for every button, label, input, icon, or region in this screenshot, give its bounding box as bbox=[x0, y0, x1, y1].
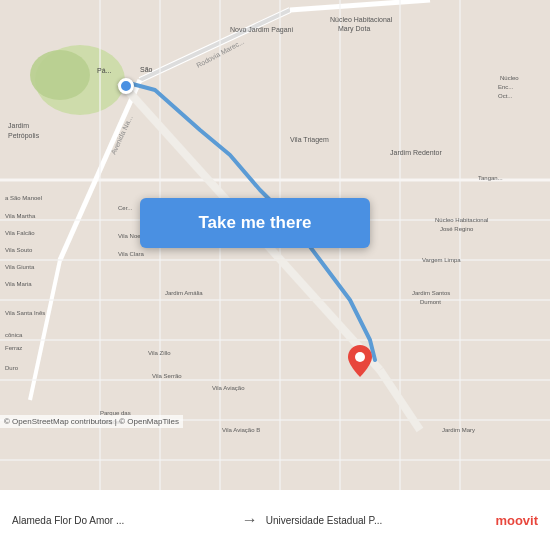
svg-text:a São Manoel: a São Manoel bbox=[5, 195, 42, 201]
route-from: Alameda Flor Do Amor ... bbox=[12, 515, 234, 526]
take-me-there-label: Take me there bbox=[198, 213, 311, 233]
svg-text:Jardim Mary: Jardim Mary bbox=[442, 427, 475, 433]
svg-point-67 bbox=[355, 352, 365, 362]
svg-text:Pá...: Pá... bbox=[97, 67, 111, 74]
moovit-logo-text: moovit bbox=[495, 513, 538, 528]
take-me-there-button[interactable]: Take me there bbox=[140, 198, 370, 248]
svg-text:Vila Falcão: Vila Falcão bbox=[5, 230, 35, 236]
destination-marker bbox=[348, 345, 372, 369]
svg-text:Novo Jardim Pagani: Novo Jardim Pagani bbox=[230, 26, 293, 34]
svg-text:Ferraz: Ferraz bbox=[5, 345, 22, 351]
svg-text:Vila Santa Inês: Vila Santa Inês bbox=[5, 310, 45, 316]
attribution: © OpenStreetMap contributors | © OpenMap… bbox=[0, 415, 183, 428]
svg-text:Jardim Amália: Jardim Amália bbox=[165, 290, 203, 296]
svg-text:Vila Zillo: Vila Zillo bbox=[148, 350, 171, 356]
route-to: Universidade Estadual P... bbox=[266, 515, 488, 526]
moovit-logo: moovit bbox=[495, 513, 538, 528]
svg-text:Vila Souto: Vila Souto bbox=[5, 247, 33, 253]
svg-text:Vila Aviação B: Vila Aviação B bbox=[222, 427, 260, 433]
svg-text:Tangan...: Tangan... bbox=[478, 175, 503, 181]
svg-text:Cer...: Cer... bbox=[118, 205, 133, 211]
svg-text:Vargem Limpa: Vargem Limpa bbox=[422, 257, 461, 263]
svg-text:Núcleo Habitacional: Núcleo Habitacional bbox=[435, 217, 488, 223]
app: Rodovia Marec... Avenida Na... Novo Jard… bbox=[0, 0, 550, 550]
svg-text:Vila Clara: Vila Clara bbox=[118, 251, 145, 257]
svg-text:Vila Triagem: Vila Triagem bbox=[290, 136, 329, 144]
svg-text:Jardim Redentor: Jardim Redentor bbox=[390, 149, 442, 156]
svg-text:Mary Dota: Mary Dota bbox=[338, 25, 370, 33]
svg-text:cônica: cônica bbox=[5, 332, 23, 338]
svg-text:Vila Martha: Vila Martha bbox=[5, 213, 36, 219]
svg-text:Vila Serrão: Vila Serrão bbox=[152, 373, 182, 379]
svg-text:Vila Aviação: Vila Aviação bbox=[212, 385, 245, 391]
origin-marker bbox=[118, 78, 134, 94]
svg-point-2 bbox=[30, 50, 90, 100]
svg-text:Núcleo: Núcleo bbox=[500, 75, 519, 81]
svg-text:José Regino: José Regino bbox=[440, 226, 474, 232]
svg-text:Vila Giunta: Vila Giunta bbox=[5, 264, 35, 270]
svg-text:Vila Maria: Vila Maria bbox=[5, 281, 32, 287]
svg-text:São: São bbox=[140, 66, 153, 73]
svg-text:Enc...: Enc... bbox=[498, 84, 514, 90]
svg-text:Oct...: Oct... bbox=[498, 93, 513, 99]
svg-text:Jardim Santos: Jardim Santos bbox=[412, 290, 450, 296]
svg-text:Petrópolis: Petrópolis bbox=[8, 132, 40, 140]
svg-text:Jardim: Jardim bbox=[8, 122, 29, 129]
svg-text:Dumont: Dumont bbox=[420, 299, 441, 305]
bottom-bar: Alameda Flor Do Amor ... → Universidade … bbox=[0, 490, 550, 550]
svg-text:Núcleo Habitacional: Núcleo Habitacional bbox=[330, 16, 393, 23]
arrow-right-icon: → bbox=[242, 511, 258, 529]
svg-text:Duro: Duro bbox=[5, 365, 19, 371]
map-container: Rodovia Marec... Avenida Na... Novo Jard… bbox=[0, 0, 550, 490]
